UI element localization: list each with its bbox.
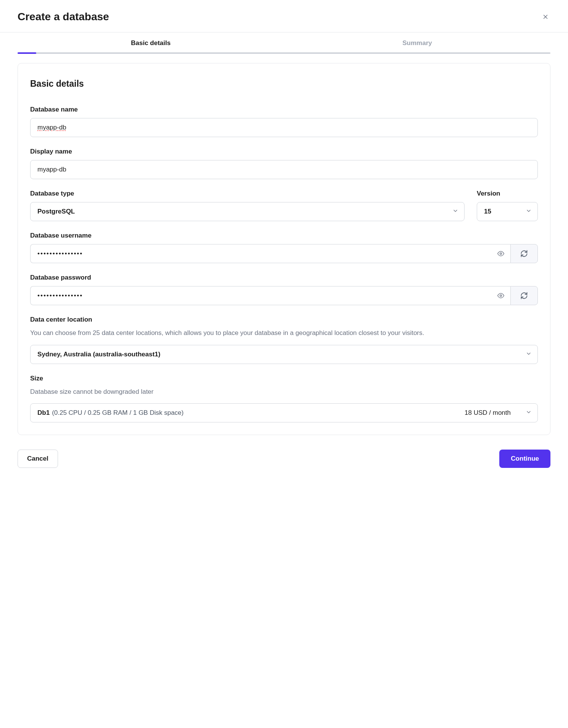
size-spec: (0.25 CPU / 0.25 GB RAM / 1 GB Disk spac… (52, 409, 184, 417)
display-name-input[interactable] (30, 160, 538, 179)
database-name-input[interactable] (30, 118, 538, 137)
database-username-input[interactable] (30, 244, 510, 263)
database-password-group: Database password (30, 274, 538, 305)
type-version-row: Database type PostgreSQL Version 15 (30, 190, 538, 221)
eye-icon (497, 292, 504, 299)
data-center-help: You can choose from 25 data center locat… (30, 328, 538, 338)
database-password-input[interactable] (30, 286, 510, 305)
data-center-label: Data center location (30, 316, 538, 324)
svg-point-2 (500, 253, 502, 255)
version-select[interactable]: 15 (477, 202, 538, 221)
show-username-button[interactable] (496, 249, 506, 259)
footer: Cancel Continue (0, 444, 568, 477)
show-password-button[interactable] (496, 291, 506, 301)
svg-point-3 (500, 295, 502, 297)
data-center-select[interactable]: Sydney, Australia (australia-southeast1) (30, 345, 538, 364)
database-type-select[interactable]: PostgreSQL (30, 202, 465, 221)
database-name-group: Database name (30, 106, 538, 137)
database-name-label: Database name (30, 106, 538, 113)
database-username-group: Database username (30, 232, 538, 263)
database-type-label: Database type (30, 190, 465, 197)
close-button[interactable] (541, 12, 550, 22)
close-icon (542, 13, 549, 20)
form-card: Basic details Database name Display name… (18, 63, 550, 435)
database-password-label: Database password (30, 274, 538, 281)
database-username-label: Database username (30, 232, 538, 239)
tab-summary[interactable]: Summary (284, 39, 550, 52)
size-select[interactable]: Db1 (0.25 CPU / 0.25 GB RAM / 1 GB Disk … (30, 403, 538, 422)
tabs: Basic details Summary (18, 39, 550, 52)
refresh-icon (520, 250, 528, 257)
continue-button[interactable]: Continue (499, 450, 550, 468)
eye-icon (497, 250, 504, 257)
version-value: 15 (484, 208, 491, 215)
version-label: Version (477, 190, 538, 197)
tabs-container: Basic details Summary (0, 39, 568, 54)
page-title: Create a database (18, 11, 109, 23)
size-group: Size Database size cannot be downgraded … (30, 375, 538, 423)
cancel-button[interactable]: Cancel (18, 450, 58, 468)
refresh-icon (520, 292, 528, 299)
data-center-value: Sydney, Australia (australia-southeast1) (37, 351, 160, 358)
tab-basic-details[interactable]: Basic details (18, 39, 284, 52)
display-name-label: Display name (30, 148, 538, 155)
progress-fill (18, 52, 36, 54)
size-price: 18 USD / month (465, 409, 511, 417)
display-name-group: Display name (30, 148, 538, 179)
regenerate-username-button[interactable] (510, 244, 538, 263)
data-center-group: Data center location You can choose from… (30, 316, 538, 364)
regenerate-password-button[interactable] (510, 286, 538, 305)
size-name: Db1 (37, 409, 50, 417)
size-label: Size (30, 375, 538, 382)
modal-header: Create a database (0, 0, 568, 32)
size-help: Database size cannot be downgraded later (30, 387, 538, 397)
progress-bar (18, 52, 550, 54)
database-type-value: PostgreSQL (37, 208, 75, 215)
section-title: Basic details (30, 79, 538, 89)
